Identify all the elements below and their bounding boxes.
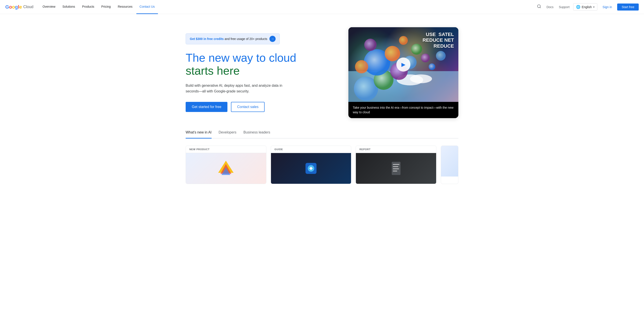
cloud-wordmark: Cloud xyxy=(23,4,34,9)
play-button[interactable]: ▶ xyxy=(396,57,410,72)
svg-line-1 xyxy=(540,7,541,8)
cards-row: NEW PRODUCT GUIDE REPORT xyxy=(186,146,458,184)
support-link[interactable]: Support xyxy=(557,5,572,9)
svg-point-14 xyxy=(429,63,435,70)
navbar: Google Cloud Overview Solutions Products… xyxy=(0,0,644,14)
svg-point-12 xyxy=(421,54,430,62)
card-image-new-product xyxy=(186,153,266,184)
card-partial xyxy=(441,146,458,184)
chevron-down-icon: ▾ xyxy=(593,5,594,8)
sign-in-button[interactable]: Sign in xyxy=(599,3,616,10)
cards-section: NEW PRODUCT GUIDE REPORT xyxy=(168,146,476,193)
svg-point-17 xyxy=(399,36,408,45)
logo-link[interactable]: Google Cloud xyxy=(5,4,33,10)
globe-icon: 🌐 xyxy=(576,5,580,9)
nav-solutions[interactable]: Solutions xyxy=(60,0,78,14)
nav-pricing[interactable]: Pricing xyxy=(98,0,114,14)
hero-actions: Get started for free Contact sales xyxy=(186,102,335,112)
card-badge-guide: GUIDE xyxy=(271,146,351,153)
badge-suffix: and free usage of 20+ products xyxy=(224,37,267,41)
badge-text: Get $300 in free credits and free usage … xyxy=(190,37,267,41)
search-button[interactable] xyxy=(535,2,543,11)
hero-video[interactable]: USE SATELREDUCE NETREDUCE ▶ Take your bu… xyxy=(348,27,458,118)
get-started-button[interactable]: Get started for free xyxy=(186,102,228,112)
card-guide[interactable]: GUIDE xyxy=(271,146,352,184)
nav-contact[interactable]: Contact Us xyxy=(136,0,158,14)
headline-line2: starts here xyxy=(186,64,240,77)
nav-links: Overview Solutions Products Pricing Reso… xyxy=(39,0,535,14)
video-overlay-text: USE SATELREDUCE NETREDUCE xyxy=(422,32,454,49)
svg-rect-24 xyxy=(393,164,400,165)
svg-point-15 xyxy=(436,51,446,61)
card-partial-image xyxy=(441,146,458,176)
contact-sales-button[interactable]: Contact sales xyxy=(231,102,264,112)
hero-headline: The new way to cloud starts here xyxy=(186,51,335,78)
card-badge-report: REPORT xyxy=(356,146,436,153)
promo-badge[interactable]: Get $300 in free credits and free usage … xyxy=(186,33,280,44)
lang-label: English xyxy=(582,5,592,9)
svg-rect-27 xyxy=(393,170,397,171)
tab-developers[interactable]: Developers xyxy=(219,127,236,139)
svg-point-0 xyxy=(537,5,540,8)
svg-point-9 xyxy=(385,46,400,61)
svg-point-11 xyxy=(411,44,422,55)
tabs-section: What's new in AI Developers Business lea… xyxy=(168,127,476,139)
nav-overview[interactable]: Overview xyxy=(39,0,58,14)
video-caption: Take your business into the AI era—from … xyxy=(348,102,458,118)
hero-section: Get $300 in free credits and free usage … xyxy=(168,14,476,127)
card-image-report xyxy=(356,153,436,184)
svg-rect-25 xyxy=(393,166,398,167)
svg-rect-26 xyxy=(393,168,399,169)
nav-products[interactable]: Products xyxy=(79,0,97,14)
tab-business-leaders[interactable]: Business leaders xyxy=(244,127,270,139)
docs-link[interactable]: Docs xyxy=(545,5,555,9)
google-wordmark: Google xyxy=(5,4,22,10)
hero-description: Build with generative AI, deploy apps fa… xyxy=(186,83,296,94)
card-report[interactable]: REPORT xyxy=(356,146,436,184)
card-badge-new-product: NEW PRODUCT xyxy=(186,146,266,153)
language-selector[interactable]: 🌐 English ▾ xyxy=(573,3,597,10)
svg-point-4 xyxy=(410,74,432,83)
nav-right: Docs Support 🌐 English ▾ Sign in Start f… xyxy=(535,2,639,11)
svg-point-13 xyxy=(355,60,368,73)
card-image-guide xyxy=(271,153,351,184)
content-tabs: What's new in AI Developers Business lea… xyxy=(186,127,458,139)
start-free-button[interactable]: Start free xyxy=(617,3,639,10)
badge-arrow-icon: → xyxy=(270,36,276,42)
video-thumbnail: USE SATELREDUCE NETREDUCE ▶ xyxy=(348,27,458,102)
nav-resources[interactable]: Resources xyxy=(114,0,136,14)
hero-left: Get $300 in free credits and free usage … xyxy=(186,33,335,112)
card-new-product[interactable]: NEW PRODUCT xyxy=(186,146,266,184)
headline-line1: The new way to cloud xyxy=(186,51,296,64)
badge-bold: Get $300 in free credits xyxy=(190,37,224,41)
svg-point-16 xyxy=(364,39,376,51)
tab-whats-new-ai[interactable]: What's new in AI xyxy=(186,127,212,139)
